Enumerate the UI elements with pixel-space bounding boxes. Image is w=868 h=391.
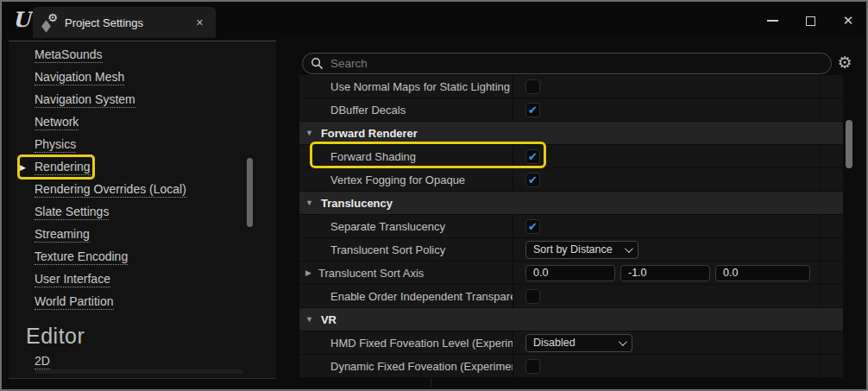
- checkbox-order-independent-transparency[interactable]: [525, 289, 540, 304]
- minimize-button[interactable]: [763, 11, 782, 30]
- search-input[interactable]: [330, 57, 831, 70]
- sidebar-section-editor: Editor: [26, 324, 276, 349]
- dock-splitter: [431, 377, 431, 388]
- window-controls: ✕: [763, 7, 858, 35]
- sort-axis-y-field[interactable]: [620, 265, 710, 281]
- search-bar: [302, 53, 832, 74]
- maximize-button[interactable]: [801, 11, 820, 30]
- expand-arrow-icon[interactable]: ▶: [305, 268, 311, 277]
- settings-nav-sidebar: MetaSounds Navigation Mesh Navigation Sy…: [9, 41, 276, 379]
- settings-rows: Use Normal Maps for Static Lighting DBuf…: [299, 75, 843, 378]
- setting-label: Enable Order Independent Transparency (E…: [299, 285, 513, 307]
- section-header-vr[interactable]: ▼ VR: [299, 308, 843, 331]
- sort-axis-z-field[interactable]: [715, 265, 810, 281]
- titlebar: U ⚙ Project Settings ✕ ✕: [3, 3, 865, 38]
- dropdown-translucent-sort-policy[interactable]: Sort by Distance: [525, 241, 638, 259]
- setting-row-dbuffer-decals: DBuffer Decals ✔: [299, 98, 843, 122]
- setting-label: DBuffer Decals: [299, 98, 513, 121]
- sidebar-item-physics[interactable]: Physics: [9, 134, 276, 156]
- collapse-arrow-icon[interactable]: ▼: [305, 129, 313, 137]
- project-settings-icon: ⚙: [41, 15, 57, 30]
- setting-row-hmd-fixed-foveation: HMD Fixed Foveation Level (Experimental)…: [299, 331, 843, 355]
- sidebar-item-user-interface[interactable]: User Interface: [9, 268, 276, 291]
- checkbox-forward-shading[interactable]: ✔: [525, 149, 540, 164]
- setting-label: Separate Translucency: [299, 215, 513, 237]
- setting-label: Dynamic Fixed Foveation (Experimental): [299, 355, 513, 377]
- setting-label: Translucent Sort Policy: [299, 238, 513, 261]
- setting-row-vertex-fogging: Vertex Fogging for Opaque ✔: [299, 168, 843, 192]
- tab-close-icon[interactable]: ✕: [192, 16, 207, 30]
- settings-scrollbar[interactable]: [846, 120, 852, 168]
- sidebar-item-navigation-mesh[interactable]: Navigation Mesh: [9, 66, 276, 89]
- checkbox-use-normal-maps[interactable]: [525, 79, 540, 94]
- chevron-down-icon: [619, 337, 627, 346]
- sidebar-item-texture-encoding[interactable]: Texture Encoding: [9, 246, 276, 268]
- section-header-translucency[interactable]: ▼ Translucency: [299, 192, 843, 215]
- checkbox-separate-translucency[interactable]: ✔: [525, 219, 540, 234]
- setting-row-separate-translucency: Separate Translucency ✔: [299, 215, 843, 238]
- dropdown-hmd-fixed-foveation[interactable]: Disabled: [525, 334, 632, 352]
- sidebar-item-streaming[interactable]: Streaming: [9, 224, 276, 246]
- sidebar-item-world-partition[interactable]: World Partition: [9, 291, 276, 313]
- sidebar-item-navigation-system[interactable]: Navigation System: [9, 89, 276, 111]
- setting-row-order-independent-transparency: Enable Order Independent Transparency (E…: [299, 285, 843, 308]
- tab-title: Project Settings: [65, 16, 143, 29]
- sidebar-item-rendering[interactable]: ▶ Rendering: [9, 156, 276, 179]
- setting-row-forward-shading: Forward Shading ✔: [299, 145, 843, 168]
- sidebar-item-slate-settings[interactable]: Slate Settings: [9, 201, 276, 224]
- setting-label: HMD Fixed Foveation Level (Experimental): [299, 331, 513, 354]
- tab-project-settings[interactable]: ⚙ Project Settings ✕: [33, 7, 216, 38]
- setting-label: Use Normal Maps for Static Lighting: [299, 75, 513, 98]
- checkbox-vertex-fogging[interactable]: ✔: [525, 173, 540, 187]
- chevron-down-icon: [625, 244, 633, 253]
- project-settings-window: U ⚙ Project Settings ✕ ✕ MetaSounds Navi…: [0, 0, 868, 391]
- minimize-icon: [767, 20, 778, 22]
- collapse-arrow-icon[interactable]: ▼: [305, 199, 313, 207]
- close-button[interactable]: ✕: [839, 11, 858, 30]
- sidebar-nav-list: MetaSounds Navigation Mesh Navigation Sy…: [9, 41, 276, 373]
- setting-label: Vertex Fogging for Opaque: [299, 168, 513, 191]
- setting-row-translucent-sort-axis: ▶ Translucent Sort Axis: [299, 262, 843, 285]
- setting-row-translucent-sort-policy: Translucent Sort Policy Sort by Distance: [299, 238, 843, 262]
- sidebar-item-metasounds[interactable]: MetaSounds: [9, 44, 276, 66]
- sort-axis-x-field[interactable]: [525, 265, 615, 281]
- sidebar-item-network[interactable]: Network: [9, 111, 276, 134]
- setting-label: Forward Shading: [299, 145, 513, 167]
- section-header-forward-renderer[interactable]: ▼ Forward Renderer: [299, 122, 843, 145]
- settings-options-gear-icon[interactable]: ⚙: [834, 52, 855, 74]
- sidebar-item-rendering-overrides[interactable]: Rendering Overrides (Local): [9, 179, 276, 201]
- maximize-icon: [806, 16, 815, 26]
- expand-arrow-icon[interactable]: ▶: [20, 163, 26, 172]
- sidebar-scrollbar[interactable]: [247, 158, 253, 227]
- collapse-arrow-icon[interactable]: ▼: [305, 315, 313, 324]
- search-icon: [311, 57, 324, 70]
- unreal-engine-logo-icon: U: [10, 7, 33, 33]
- setting-row-dynamic-fixed-foveation: Dynamic Fixed Foveation (Experimental): [299, 355, 843, 378]
- checkbox-dbuffer-decals[interactable]: ✔: [525, 103, 540, 117]
- setting-row-use-normal-maps: Use Normal Maps for Static Lighting: [299, 75, 843, 98]
- setting-label: Translucent Sort Axis: [318, 267, 424, 280]
- sidebar-horizontal-scrollbar[interactable]: [35, 369, 243, 374]
- checkbox-dynamic-fixed-foveation[interactable]: [525, 359, 540, 374]
